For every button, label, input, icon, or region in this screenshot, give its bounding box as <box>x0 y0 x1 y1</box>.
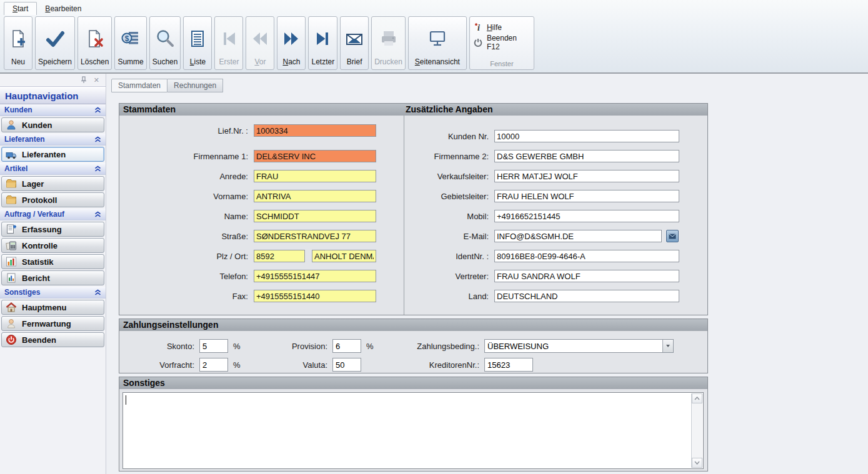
erster-button[interactable]: Erster <box>214 16 243 70</box>
bar-chart-icon <box>5 256 17 267</box>
neu-button[interactable]: Neu <box>4 16 32 70</box>
sonstiges-section-title: Sonstiges <box>123 378 165 388</box>
power-red-icon <box>5 334 17 345</box>
sidebar-item-kunden[interactable]: Kunden <box>1 117 104 132</box>
mobil-input[interactable] <box>494 210 679 222</box>
tab-stammdaten[interactable]: Stammdaten <box>111 79 167 92</box>
vorname-input[interactable] <box>254 190 376 202</box>
text-caret <box>126 395 126 405</box>
sidebar-item-protokoll[interactable]: Protokoll <box>1 192 104 207</box>
sidebar-item-fernwartung[interactable]: Fernwartung <box>1 316 104 331</box>
speichern-button[interactable]: Speichern <box>35 16 75 70</box>
scroll-up-button[interactable] <box>692 393 702 403</box>
firmenname2-input[interactable] <box>494 150 679 162</box>
anrede-input[interactable] <box>254 170 376 182</box>
field-fax: Fax: <box>119 290 404 302</box>
kreditorennr-input[interactable] <box>484 358 533 372</box>
pin-icon[interactable] <box>81 76 87 84</box>
stammdaten-panel: Stammdaten Zusätzliche Angaben Lief.Nr. … <box>119 103 708 315</box>
field-vorname: Vorname: <box>119 190 404 202</box>
provision-input[interactable] <box>332 339 361 353</box>
dropdown-arrow-button[interactable] <box>662 340 673 352</box>
field-label: Vorname: <box>119 192 254 201</box>
sidebar-item-erfassung[interactable]: Erfassung <box>1 222 104 237</box>
land-input[interactable] <box>494 290 679 302</box>
chevron-up-icon <box>694 397 700 400</box>
sidebar-section-sonstiges[interactable]: Sonstiges <box>0 287 106 299</box>
plz-input[interactable] <box>254 250 305 262</box>
button-label: Vor <box>254 57 266 67</box>
field-label: Plz / Ort: <box>119 252 254 261</box>
sidebar-item-beenden[interactable]: Beenden <box>1 332 104 347</box>
field-verkaufsleiter: Verkaufsleiter: <box>404 170 707 182</box>
sidebar-item-lager[interactable]: Lager <box>1 176 104 191</box>
sidebar-section-auftrag-verkauf[interactable]: Auftrag / Verkauf <box>0 209 106 220</box>
vor-button[interactable]: Vor <box>246 16 274 70</box>
ribbon-tab-bearbeiten[interactable]: Bearbeiten <box>37 2 89 15</box>
zusatz-column: Kunden Nr. Firmenname 2: Verkaufsleiter:… <box>404 116 707 310</box>
kunden-nr-input[interactable] <box>494 130 679 142</box>
search-icon <box>155 19 175 57</box>
telefon-input[interactable] <box>254 270 376 282</box>
summe-button[interactable]: $ Summe <box>114 16 146 70</box>
sidebar-section-artikel[interactable]: Artikel <box>0 163 106 175</box>
ort-input[interactable] <box>312 250 376 262</box>
firmenname1-input[interactable] <box>254 150 376 162</box>
list-icon <box>187 19 207 57</box>
vertical-scrollbar[interactable] <box>691 393 702 468</box>
sidebar-item-statistik[interactable]: Statistik <box>1 254 104 269</box>
field-land: Land: <box>404 290 707 302</box>
liste-button[interactable]: Liste <box>183 16 212 70</box>
sidebar-item-label: Hauptmenu <box>22 303 67 312</box>
valuta-input[interactable] <box>332 358 361 372</box>
zahlung-body: Skonto: % Provision: % Zahlungsbeding.: … <box>119 339 707 372</box>
sidebar-section-kunden[interactable]: Kunden <box>0 104 106 116</box>
skonto-input[interactable] <box>199 339 228 353</box>
sonstiges-textarea[interactable] <box>122 392 704 469</box>
close-icon[interactable]: ✕ <box>94 77 99 84</box>
hilfe-button[interactable]: i Hilfe <box>474 20 530 35</box>
identnr-input[interactable] <box>494 250 679 262</box>
suchen-button[interactable]: Suchen <box>149 16 181 70</box>
lief-nr-input[interactable] <box>254 124 376 137</box>
nach-button[interactable]: Nach <box>277 16 306 70</box>
scroll-down-button[interactable] <box>692 458 702 468</box>
sidebar-item-hauptmenu[interactable]: Hauptmenu <box>1 300 104 315</box>
fax-input[interactable] <box>254 290 376 302</box>
sidebar-item-label: Statistik <box>22 257 54 267</box>
section-label: Auftrag / Verkauf <box>4 210 64 219</box>
field-label: IdentNr. : <box>404 252 494 261</box>
seitenansicht-button[interactable]: Seitenansicht <box>408 16 467 70</box>
send-email-button[interactable] <box>666 230 679 242</box>
envelope-icon <box>344 19 364 57</box>
sum-coin-icon: $ <box>121 19 141 57</box>
sidebar-section-lieferanten[interactable]: Lieferanten <box>0 134 106 146</box>
letzter-button[interactable]: Letzter <box>308 16 337 70</box>
sidebar-item-bericht[interactable]: Bericht <box>1 270 104 285</box>
button-label: Seitenansicht <box>415 57 460 67</box>
sidebar-title: Hauptnavigation <box>0 86 106 104</box>
next-record-icon <box>281 19 301 57</box>
verkaufsleiter-input[interactable] <box>494 170 679 182</box>
sidebar-item-lieferanten[interactable]: Lieferanten <box>1 147 104 162</box>
loeschen-button[interactable]: Löschen <box>77 16 112 70</box>
sidebar-item-kontrolle[interactable]: Kontrolle <box>1 238 104 253</box>
tab-rechnungen[interactable]: Rechnungen <box>167 79 223 92</box>
zahlungsbeding-combobox[interactable] <box>484 339 674 353</box>
vertreter-input[interactable] <box>494 270 679 282</box>
panel-header: Stammdaten Zusätzliche Angaben <box>119 104 707 116</box>
zahlungsbeding-input[interactable] <box>485 340 662 352</box>
field-vertreter: Vertreter: <box>404 270 707 282</box>
vorfracht-input[interactable] <box>199 358 228 372</box>
field-label: Mobil: <box>404 212 494 221</box>
strasse-input[interactable] <box>254 230 376 242</box>
ribbon-tab-start[interactable]: Start <box>4 2 37 15</box>
email-input[interactable] <box>494 230 662 242</box>
name-input[interactable] <box>254 210 376 222</box>
beenden-f12-button[interactable]: Beenden F12 <box>474 35 530 50</box>
gebietsleiter-input[interactable] <box>494 190 679 202</box>
application-window: { "ribbon": { "tabs": [ { "label": "Star… <box>0 0 868 474</box>
field-label: Firmenname 1: <box>119 152 254 161</box>
brief-button[interactable]: Brief <box>340 16 369 70</box>
drucken-button[interactable]: Drucken <box>371 16 406 70</box>
